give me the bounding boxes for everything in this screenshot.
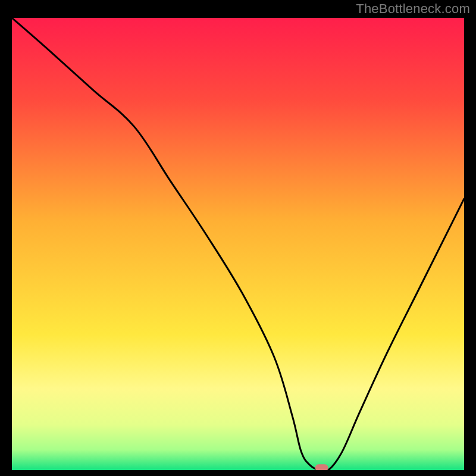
- chart-stage: TheBottleneck.com: [0, 0, 476, 476]
- chart-svg: [12, 18, 464, 470]
- optimum-marker: [315, 464, 328, 470]
- plot-area: [12, 18, 464, 470]
- watermark-text: TheBottleneck.com: [356, 1, 470, 17]
- gradient-background: [12, 18, 464, 470]
